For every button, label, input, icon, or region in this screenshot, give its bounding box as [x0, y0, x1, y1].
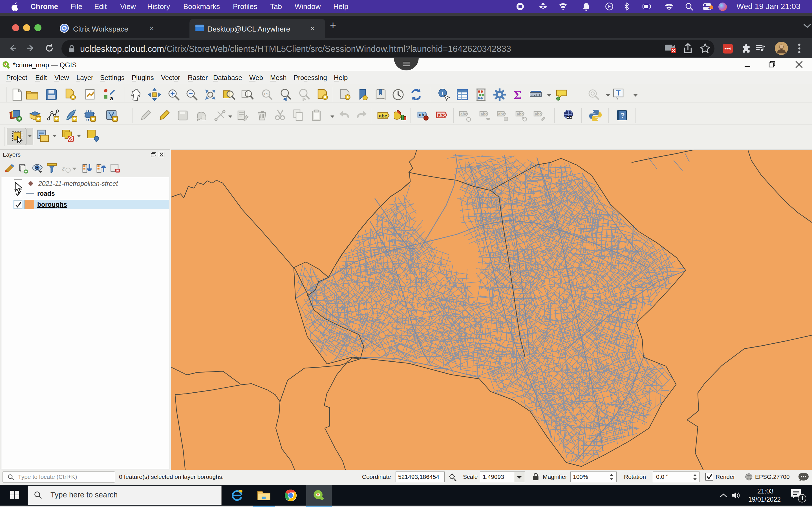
svg-text:?: ? — [620, 112, 625, 119]
svg-text:abc: abc — [438, 113, 446, 117]
svg-text:i: i — [442, 90, 444, 97]
svg-text:a: a — [110, 95, 113, 101]
svg-text:abc: abc — [481, 112, 488, 116]
svg-text:Σ: Σ — [514, 88, 522, 101]
svg-text:1: 1 — [801, 495, 804, 501]
svg-text:ab: ab — [419, 112, 424, 117]
svg-text:T: T — [616, 89, 620, 97]
svg-text:abc: abc — [517, 112, 523, 116]
svg-text:1:1: 1:1 — [264, 92, 269, 96]
svg-text:abc: abc — [535, 112, 542, 116]
svg-text:ε: ε — [62, 164, 65, 172]
svg-text:abc: abc — [379, 113, 387, 119]
svg-text:abc: abc — [498, 112, 505, 116]
svg-text:abc: abc — [460, 112, 467, 116]
